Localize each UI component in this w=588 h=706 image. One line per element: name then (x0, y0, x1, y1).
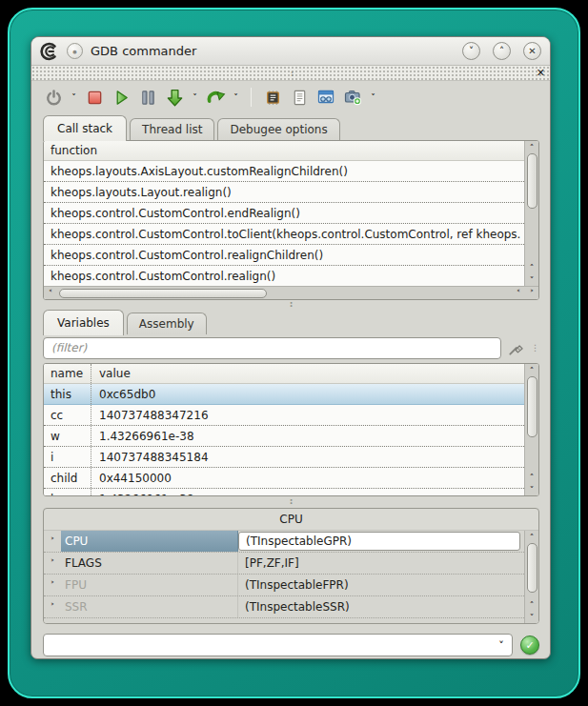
callstack-row[interactable]: kheops.control.CustomControl.realignChil… (44, 245, 524, 266)
expander-icon[interactable]: ˃ (44, 531, 61, 552)
scroll-up-icon[interactable]: ˄ (525, 531, 538, 543)
scroll-down-icon[interactable]: ˅ (525, 483, 538, 495)
variable-row[interactable]: this 0xc65db0 (44, 384, 524, 405)
register-value-field[interactable]: (TInspectableGPR) (238, 532, 520, 551)
panel-splitter[interactable]: : (43, 496, 539, 506)
stop-button[interactable] (82, 85, 107, 110)
cpu-groupbox-title: CPU (44, 509, 538, 530)
step-over-button[interactable] (203, 85, 228, 110)
value-column-header[interactable]: value (91, 364, 524, 383)
cpu-chip-icon (264, 89, 282, 107)
run-button[interactable] (109, 85, 133, 110)
scroll-up-icon[interactable]: ˄ (525, 364, 538, 376)
maximize-button[interactable]: ˄ (493, 42, 511, 60)
variable-row[interactable]: child 0x44150000 (44, 468, 524, 489)
power-icon (45, 89, 63, 107)
stop-icon (86, 89, 104, 107)
grip-dots: ⋮ (531, 343, 539, 353)
scroll-up-icon[interactable]: ˄ (525, 598, 538, 611)
debug-toolbar: ˅ ˅ (31, 81, 550, 113)
scrollbar-thumb[interactable] (527, 376, 537, 437)
scroll-right-icon[interactable]: ˃ (525, 289, 538, 298)
expander-icon[interactable]: ˃ (44, 553, 61, 574)
tab-variables[interactable]: Variables (43, 310, 124, 335)
dropdown-icon: ˅ (193, 92, 197, 102)
dock-drag-handle[interactable]: : ✕ (31, 66, 550, 81)
callstack-row[interactable]: kheops.layouts.AxisLayout.customRealignC… (44, 161, 524, 182)
variable-row[interactable]: i 140737488345184 (44, 447, 524, 468)
scrollbar-thumb[interactable] (527, 543, 537, 593)
variable-row[interactable]: cc 140737488347216 (44, 405, 524, 426)
callstack-horizontal-scrollbar[interactable]: ˂ ˂ ˃ (44, 286, 538, 299)
clear-filter-broom-icon[interactable] (507, 339, 525, 357)
gdb-commander-window: ● GDB commander ˅ ˄ ✕ : ✕ ˅ (30, 36, 551, 659)
command-bar: ˅ ✓ (43, 631, 539, 659)
scroll-left-icon[interactable]: ˂ (512, 289, 525, 298)
variables-panel: name value this 0xc65db0 cc 140737488347… (43, 363, 539, 496)
power-dropdown-button[interactable]: ˅ (68, 92, 80, 102)
watch-button[interactable] (314, 85, 338, 110)
titlebar[interactable]: ● GDB commander ˅ ˄ ✕ (31, 37, 550, 66)
cpu-register-row[interactable]: ˃ SSR (TInspectableSSR) (44, 596, 524, 618)
scrollbar-thumb[interactable] (59, 289, 267, 298)
expander-icon[interactable]: ˃ (44, 596, 61, 617)
combo-dropdown-icon[interactable]: ˅ (491, 639, 512, 652)
callstack-column-header[interactable]: function (44, 141, 524, 161)
gdb-command-combobox[interactable]: ˅ (43, 634, 513, 656)
dropdown-icon: ˅ (233, 92, 238, 102)
dock-content: Call stack Thread list Debugee options f… (31, 113, 550, 659)
tab-debugee-options[interactable]: Debugee options (217, 118, 339, 140)
step-into-button[interactable] (162, 85, 187, 110)
snapshot-button[interactable] (340, 85, 365, 110)
step-into-dropdown-button[interactable]: ˅ (189, 92, 201, 102)
callstack-vertical-scrollbar[interactable]: ˄ ˄ ˅ (524, 141, 538, 286)
scrollbar-thumb[interactable] (527, 153, 537, 209)
cpu-register-row[interactable]: ˃ FPU (TInspectableFPR) (44, 575, 524, 596)
callstack-row[interactable]: kheops.control.CustomControl.realign() (44, 266, 524, 286)
play-icon (112, 89, 131, 107)
scroll-up-icon[interactable]: ˄ (525, 261, 538, 273)
dock-close-button[interactable]: ✕ (537, 67, 545, 79)
close-button[interactable]: ✕ (523, 42, 541, 60)
cpu-inspector-button[interactable] (260, 85, 285, 110)
variable-row[interactable]: w 1.43266961e-38 (44, 426, 524, 447)
variables-vertical-scrollbar[interactable]: ˄ ˄ ˅ (524, 364, 538, 495)
tab-assembly[interactable]: Assembly (127, 313, 207, 334)
filter-input[interactable] (43, 337, 501, 359)
variable-row[interactable]: b 1.43266961e-38 (44, 489, 524, 495)
callstack-row[interactable]: kheops.layouts.Layout.realign() (44, 182, 524, 203)
callstack-panel: function kheops.layouts.AxisLayout.custo… (43, 140, 539, 300)
cpu-register-row[interactable]: ˃ CPU (TInspectableGPR) (44, 531, 524, 553)
callstack-row[interactable]: kheops.control.CustomControl.endRealign(… (44, 203, 524, 224)
window-menu-button[interactable]: ● (67, 43, 83, 59)
tab-thread-list[interactable]: Thread list (130, 118, 214, 140)
log-button[interactable] (287, 85, 312, 110)
power-button[interactable] (41, 85, 66, 110)
toolbar-separator (251, 88, 252, 107)
scroll-up-icon[interactable]: ˄ (525, 471, 538, 483)
variables-tabbar: Variables Assembly (43, 309, 539, 334)
pause-button[interactable] (135, 85, 160, 110)
dropdown-icon: ˅ (371, 92, 375, 102)
panel-splitter[interactable]: : (43, 300, 539, 309)
shade-button[interactable]: ˅ (462, 42, 480, 60)
scroll-up-icon[interactable]: ˄ (525, 141, 538, 153)
callstack-row[interactable]: kheops.control.CustomControl.toClient(kh… (44, 224, 524, 245)
step-over-arrow-icon (206, 88, 226, 108)
variables-filter-row: ⋮ (43, 334, 539, 363)
scroll-down-icon[interactable]: ˅ (525, 273, 538, 286)
cpu-vertical-scrollbar[interactable]: ˄ ˄ ˅ (524, 531, 538, 623)
cpu-register-row[interactable]: ˃ FLAGS [PF,ZF,IF] (44, 553, 524, 575)
name-column-header[interactable]: name (44, 364, 91, 383)
expander-icon[interactable]: ˃ (44, 575, 61, 595)
send-command-button[interactable]: ✓ (520, 635, 539, 655)
step-into-arrow-icon (165, 88, 185, 108)
step-over-dropdown-button[interactable]: ˅ (230, 92, 242, 102)
scroll-down-icon[interactable]: ˅ (525, 611, 538, 623)
grip-dots: : (290, 497, 294, 506)
scroll-left-icon[interactable]: ˂ (44, 289, 57, 298)
tab-call-stack[interactable]: Call stack (43, 115, 127, 141)
snapshot-dropdown-button[interactable]: ˅ (367, 92, 379, 102)
variables-column-headers[interactable]: name value (44, 364, 524, 384)
gdb-command-input[interactable] (44, 638, 491, 652)
